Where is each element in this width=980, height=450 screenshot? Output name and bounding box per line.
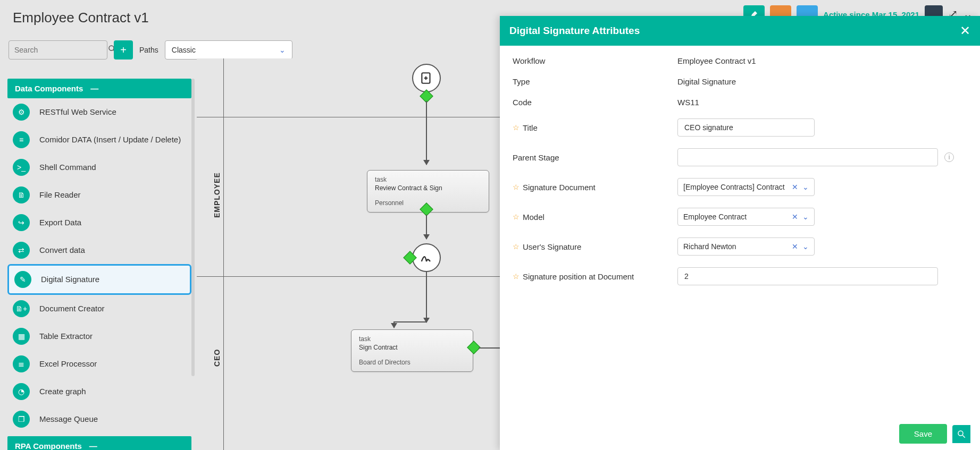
label-type: Type bbox=[513, 77, 677, 86]
database-icon: ≡ bbox=[13, 131, 30, 148]
plus-icon: + bbox=[120, 44, 127, 56]
close-icon[interactable]: ✕ bbox=[960, 23, 970, 38]
component-label: Comidor DATA (Insert / Update / Delete) bbox=[39, 134, 181, 145]
component-document-creator[interactable]: 🗎+ Document Creator bbox=[7, 295, 191, 322]
row-user-signature: ☆User's Signature Richard Newton ✕⌄ bbox=[513, 237, 967, 256]
chevron-down-icon: ⌄ bbox=[802, 242, 809, 251]
chevron-down-icon: ⌄ bbox=[802, 183, 809, 191]
minus-icon: — bbox=[90, 84, 98, 93]
component-label: File Reader bbox=[39, 190, 81, 200]
chevron-down-icon: ⌄ bbox=[802, 213, 809, 221]
select-signature-document[interactable]: [Employee Contracts] Contract ✕⌄ bbox=[677, 178, 815, 196]
clear-icon[interactable]: ✕ bbox=[792, 242, 798, 251]
required-icon: ☆ bbox=[513, 213, 520, 221]
task-type: task bbox=[375, 176, 481, 183]
sidebar-scrollbar[interactable] bbox=[191, 79, 195, 376]
label-signature-document: ☆Signature Document bbox=[513, 183, 677, 192]
row-parent-stage: Parent Stage i bbox=[513, 148, 967, 166]
panel-header: Digital Signature Attributes ✕ bbox=[500, 16, 980, 46]
row-code: Code WS11 bbox=[513, 98, 967, 107]
search-icon bbox=[957, 429, 966, 439]
component-digital-signature[interactable]: ✎ Digital Signature bbox=[7, 264, 191, 295]
lane-label-employee: EMPLOYEE bbox=[213, 172, 221, 218]
sidebar: Data Components — ⚙ RESTful Web Service … bbox=[7, 79, 191, 450]
component-comidor-data[interactable]: ≡ Comidor DATA (Insert / Update / Delete… bbox=[7, 126, 191, 154]
input-signature-position[interactable] bbox=[677, 267, 938, 285]
terminal-icon: >_ bbox=[13, 159, 30, 176]
component-label: Create graph bbox=[39, 386, 86, 397]
label-model: ☆Model bbox=[513, 213, 677, 222]
attributes-panel: Digital Signature Attributes ✕ Workflow … bbox=[500, 16, 980, 450]
row-type: Type Digital Signature bbox=[513, 77, 967, 86]
list-icon: ≣ bbox=[13, 355, 30, 372]
paths-select[interactable]: Classic ⌄ bbox=[165, 40, 292, 60]
info-icon[interactable]: i bbox=[944, 152, 954, 162]
task-title: Sign Contract bbox=[359, 344, 465, 351]
component-shell[interactable]: >_ Shell Command bbox=[7, 154, 191, 181]
required-icon: ☆ bbox=[513, 242, 520, 251]
lane-label-ceo: CEO bbox=[213, 349, 221, 367]
section-data-components[interactable]: Data Components — bbox=[7, 79, 191, 98]
component-file-reader[interactable]: 🗎 File Reader bbox=[7, 181, 191, 209]
component-message-queue[interactable]: ❐ Message Queue bbox=[7, 405, 191, 433]
page-plus-icon bbox=[420, 71, 433, 85]
file-icon: 🗎 bbox=[13, 186, 30, 203]
component-restful[interactable]: ⚙ RESTful Web Service bbox=[7, 98, 191, 126]
component-create-graph[interactable]: ◔ Create graph bbox=[7, 378, 191, 405]
minus-icon: — bbox=[89, 441, 97, 450]
clear-icon[interactable]: ✕ bbox=[792, 183, 798, 191]
input-parent-stage[interactable] bbox=[677, 148, 938, 166]
component-excel-processor[interactable]: ≣ Excel Processor bbox=[7, 350, 191, 378]
row-signature-position: ☆Signature position at Document bbox=[513, 267, 967, 285]
label-signature-position: ☆Signature position at Document bbox=[513, 272, 677, 281]
search-box[interactable] bbox=[9, 40, 107, 60]
row-title: ☆Title bbox=[513, 118, 967, 137]
edge bbox=[393, 321, 426, 322]
signature-icon: ✎ bbox=[14, 271, 31, 288]
component-label: Export Data bbox=[39, 217, 81, 228]
select-user-signature[interactable]: Richard Newton ✕⌄ bbox=[677, 237, 815, 256]
select-value: [Employee Contracts] Contract bbox=[683, 183, 785, 191]
edge bbox=[426, 215, 427, 239]
queue-icon: ❐ bbox=[13, 411, 30, 428]
start-node[interactable] bbox=[412, 64, 441, 92]
chevron-down-icon: ⌄ bbox=[279, 46, 286, 54]
select-model[interactable]: Employee Contract ✕⌄ bbox=[677, 208, 815, 226]
section-data-body: ⚙ RESTful Web Service ≡ Comidor DATA (In… bbox=[7, 98, 191, 433]
svg-line-6 bbox=[962, 435, 965, 438]
component-label: Document Creator bbox=[39, 303, 105, 314]
corner-button[interactable] bbox=[952, 425, 970, 443]
component-table-extractor[interactable]: ▦ Table Extractor bbox=[7, 322, 191, 350]
value-code: WS11 bbox=[677, 98, 699, 107]
paths-label: Paths bbox=[139, 46, 158, 54]
select-value: Employee Contract bbox=[683, 213, 747, 221]
table-icon: ▦ bbox=[13, 328, 30, 345]
label-code: Code bbox=[513, 98, 677, 107]
required-icon: ☆ bbox=[513, 123, 520, 132]
component-label: RESTful Web Service bbox=[39, 107, 116, 117]
edge bbox=[426, 272, 427, 322]
task-title: Review Contract & Sign bbox=[375, 184, 481, 192]
required-icon: ☆ bbox=[513, 272, 520, 281]
add-button[interactable]: + bbox=[114, 40, 133, 60]
label-user-signature: ☆User's Signature bbox=[513, 242, 677, 251]
component-convert-data[interactable]: ⇄ Convert data bbox=[7, 236, 191, 264]
save-button[interactable]: Save bbox=[899, 424, 947, 444]
clear-icon[interactable]: ✕ bbox=[792, 213, 798, 221]
task-node-sign[interactable]: task Sign Contract Board of Directors bbox=[351, 329, 473, 372]
component-label: Excel Processor bbox=[39, 359, 97, 369]
task-role: Board of Directors bbox=[359, 359, 465, 366]
input-title[interactable] bbox=[677, 118, 815, 137]
component-export-data[interactable]: ↪ Export Data bbox=[7, 209, 191, 236]
value-workflow: Employee Contract v1 bbox=[677, 56, 756, 65]
component-label: Table Extractor bbox=[39, 331, 93, 342]
edge bbox=[426, 101, 427, 165]
search-input[interactable] bbox=[14, 46, 107, 54]
row-signature-document: ☆Signature Document [Employee Contracts]… bbox=[513, 178, 967, 196]
export-icon: ↪ bbox=[13, 214, 30, 231]
doc-plus-icon: 🗎+ bbox=[13, 300, 30, 317]
label-title: ☆Title bbox=[513, 123, 677, 132]
section-rpa-components[interactable]: RPA Components — bbox=[7, 436, 191, 450]
component-label: Message Queue bbox=[39, 414, 98, 424]
value-type: Digital Signature bbox=[677, 77, 736, 86]
